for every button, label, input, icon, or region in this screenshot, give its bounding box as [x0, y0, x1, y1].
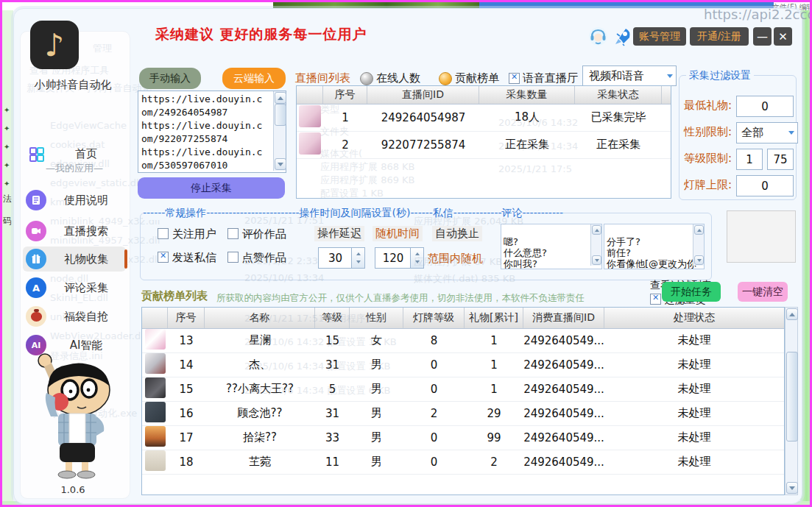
scroll-thumb[interactable] [786, 352, 798, 442]
like-work-option[interactable]: 点赞作品 [227, 251, 286, 265]
dm-scrollbar[interactable] [590, 224, 601, 266]
scroll-down-button[interactable] [694, 255, 704, 265]
cell: 未处理 [604, 333, 784, 347]
pin-icon: ✦ [4, 180, 10, 188]
mode-dropdown[interactable]: 视频和语音 [582, 65, 677, 86]
delay-min-stepper[interactable] [351, 247, 365, 269]
manual-input-button[interactable]: 手动输入 [139, 68, 201, 89]
cloud-input-button[interactable]: 云端输入 [222, 68, 286, 89]
tab-room-list[interactable]: 直播间列表 [295, 71, 350, 85]
tab-voice-room[interactable]: 语音直播厅 [509, 71, 578, 85]
account-manage-button[interactable]: 账号管理 [633, 27, 686, 46]
scroll-up-button[interactable] [786, 308, 798, 320]
cell: 顾念池?? [205, 406, 315, 420]
url-scrollbar[interactable] [273, 91, 286, 171]
sidebar-item-gift-collect[interactable]: 礼物收集 [23, 247, 126, 272]
sidebar-item-lucky-bag[interactable]: 福袋自抢 [23, 304, 126, 329]
table-row[interactable]: 2 922077255874 正在采集 正在采集 [297, 131, 671, 159]
rank-disclaimer: 所获取的内容均由官方公开，仅供个人直播参考使用，切勿非法使用，本软件不负连带责任 [216, 292, 585, 305]
cell: 未处理 [604, 358, 784, 372]
ghost-text: EdgeViewCache [50, 120, 127, 131]
delay-min-input[interactable]: 30 [318, 247, 353, 269]
sidebar-item-guide[interactable]: 使用说明 [23, 188, 126, 213]
register-button[interactable]: 开通/注册 [690, 27, 749, 46]
app-window: 管理 查看 应用程序工具 新建文件夹 › 小帅抖音自动化 EdgeViewCac… [13, 8, 802, 504]
comment-textarea[interactable]: 分手了? 前任? 你看像他[@更改为你 [604, 224, 705, 269]
checkbox[interactable] [158, 228, 169, 239]
checkbox[interactable] [227, 228, 239, 239]
url-textarea[interactable]: https://live.douyin.com/249264054987 htt… [138, 91, 286, 173]
avatar [145, 329, 166, 350]
sidebar-item-comment-collect[interactable]: A 评论采集 [23, 275, 126, 300]
cell: 男 [350, 455, 403, 469]
cell: 杰、 [205, 358, 315, 372]
random-time-chip[interactable]: 随机时间 [373, 226, 423, 241]
cell: 正在采集 [479, 138, 575, 152]
rocket-icon[interactable] [612, 26, 632, 46]
pin-icon: ✦ [4, 124, 10, 132]
min-gift-input[interactable]: 0 [736, 96, 794, 117]
rate-work-option[interactable]: 评价作品 [227, 227, 286, 241]
checkbox[interactable] [158, 252, 169, 263]
header-cell: 采集数量 [479, 86, 575, 104]
header-cell: 等级 [315, 308, 350, 328]
ghost-text: edgeview_static.dll [50, 177, 141, 188]
scroll-down-button[interactable] [275, 158, 286, 170]
badge-limit-input[interactable]: 0 [736, 175, 794, 196]
delay-max-input[interactable]: 120 [375, 247, 412, 269]
level-min-input[interactable]: 1 [736, 149, 763, 170]
checkbox[interactable] [227, 252, 239, 263]
clear-all-button[interactable]: 一键清空 [738, 282, 788, 302]
table-row[interactable]: 16 顾念池?? 31 男 2 29 2492640549... 未处理 [142, 401, 784, 426]
table-row[interactable]: 15 ??小离大王?? 5 男 0 1 2492640549... 未处理 [142, 377, 784, 402]
rank-table-header: 序号 名称 等级 性别 灯牌等级 礼物[累计] 消费直播间ID 处理状态 [142, 308, 784, 329]
sidebar-item-live-search[interactable]: 直播搜索 [23, 219, 126, 244]
header-cell: 序号 [323, 86, 367, 104]
scroll-down-button[interactable] [592, 255, 601, 265]
cell: 16 [168, 407, 205, 420]
delay-chip[interactable]: 操作延迟 [314, 226, 364, 241]
auto-switch-chip[interactable]: 自动换止 [432, 226, 482, 241]
voice-room-checkbox[interactable] [509, 73, 520, 84]
gender-dropdown[interactable]: 全部 [736, 122, 798, 143]
dm-textarea[interactable]: 嗯? 什么意思? 你叫我? [501, 224, 602, 269]
table-row[interactable]: 13 星澜 15 女 8 1 2492640549... 未处理 [142, 328, 784, 353]
tab-online-count[interactable]: 在线人数 [360, 71, 420, 85]
sidebar-item-label: 首页 [46, 147, 126, 161]
pin-icon: ✦ [4, 161, 10, 169]
icon-glyph: A [32, 283, 40, 294]
checkbox[interactable] [650, 294, 661, 305]
cell: 0 [403, 383, 465, 396]
rank-table: 序号 名称 等级 性别 灯牌等级 礼物[累计] 消费直播间ID 处理状态 13 … [141, 307, 785, 495]
scroll-up-button[interactable] [275, 92, 286, 104]
cell: 1 [465, 334, 523, 347]
table-row[interactable]: 17 拾柒?? 33 男 0 99 2492640549... 未处理 [142, 425, 784, 450]
scroll-up-button[interactable] [694, 225, 704, 235]
cell: 13 [168, 334, 205, 347]
chevron-down-icon [664, 74, 676, 78]
lucky-bag-icon [26, 306, 46, 327]
header-cell: 直播间ID [367, 86, 479, 104]
tab-rank-list[interactable]: 贡献榜单 [439, 71, 499, 85]
level-max-input[interactable]: 75 [767, 149, 794, 170]
close-button[interactable]: ✕ [774, 27, 792, 46]
cell: 1 [465, 383, 523, 396]
checkbox-label: 发送私信 [172, 251, 216, 264]
scroll-thumb[interactable] [275, 104, 286, 126]
scroll-up-button[interactable] [592, 225, 601, 235]
comment-scrollbar[interactable] [693, 224, 704, 266]
cell: 0 [403, 455, 465, 469]
scroll-down-button[interactable] [786, 482, 798, 494]
customer-service-icon[interactable] [588, 26, 608, 46]
delay-max-stepper[interactable] [410, 247, 424, 269]
dropdown-value: 全部 [741, 126, 763, 140]
send-dm-option[interactable]: 发送私信 [158, 251, 216, 265]
table-row[interactable]: 1 249264054987 18人 已采集完毕 [297, 104, 671, 132]
stop-collect-button[interactable]: 停止采集 [138, 177, 285, 199]
start-task-button[interactable]: 开始任务 [662, 282, 721, 302]
follow-user-option[interactable]: 关注用户 [158, 227, 216, 241]
table-row[interactable]: 14 杰、 31 男 0 1 2492640549... 未处理 [142, 352, 784, 377]
table-row[interactable]: 18 芏菀 11 男 0 2 2492640549... 未处理 [142, 450, 784, 475]
rank-table-scrollbar[interactable] [785, 307, 798, 495]
minimize-button[interactable]: — [753, 27, 772, 46]
